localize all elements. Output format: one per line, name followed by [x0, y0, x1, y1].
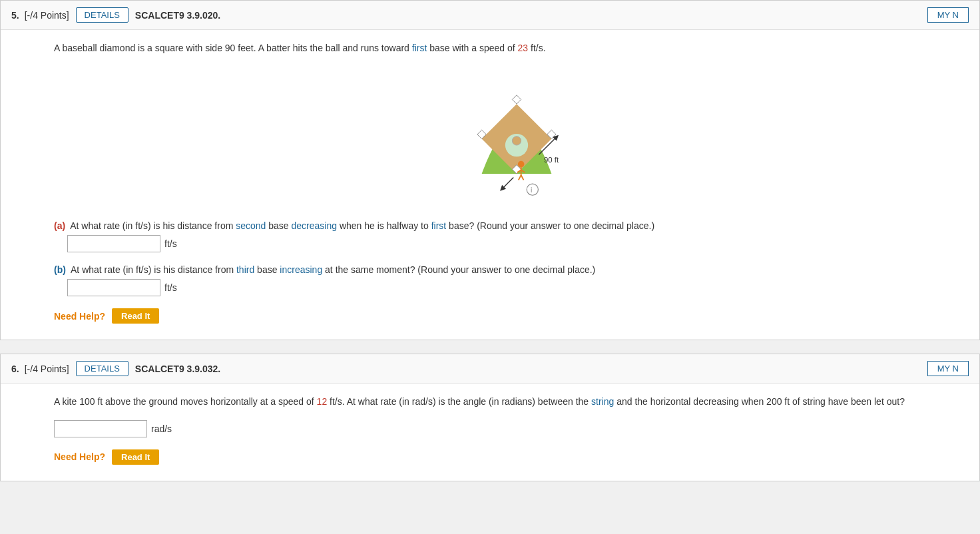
svg-point-7	[518, 161, 525, 168]
problem-5-part-b-answer-row: ft/s	[67, 279, 926, 296]
problem-6-body: A kite 100 ft above the ground moves hor…	[1, 384, 979, 480]
svg-text:i: i	[531, 186, 532, 194]
problem-6-my-notes-button[interactable]: MY N	[927, 361, 969, 376]
problem-6-points: [-/4 Points]	[25, 364, 69, 374]
svg-line-11	[519, 175, 521, 180]
problem-6-unit: rad/s	[151, 423, 172, 434]
problem-6-answer-row: rad/s	[54, 420, 926, 437]
problem-5-need-help-label: Need Help?	[54, 311, 105, 322]
problem-5-part-a-text: (a) At what rate (in ft/s) is his distan…	[54, 220, 926, 231]
svg-text:90 ft: 90 ft	[544, 156, 559, 164]
problem-5-block: 5. [-/4 Points] DETAILS SCALCET9 3.9.020…	[0, 0, 980, 340]
svg-marker-5	[512, 95, 521, 104]
problem-5-need-help-row: Need Help? Read It	[54, 308, 926, 324]
problem-5-part-a-input[interactable]	[67, 235, 160, 252]
problem-5-part-b-input[interactable]	[67, 279, 160, 296]
problem-6-block: 6. [-/4 Points] DETAILS SCALCET9 3.9.032…	[0, 354, 980, 481]
problem-5-part-a-unit: ft/s	[164, 238, 177, 249]
svg-line-15	[502, 178, 513, 189]
problem-5-number: 5.	[11, 10, 19, 21]
problem-6-input[interactable]	[54, 420, 147, 437]
problem-5-part-a: (a) At what rate (in ft/s) is his distan…	[54, 220, 926, 252]
problem-6-need-help-label: Need Help?	[54, 451, 105, 462]
problem-5-part-b-text: (b) At what rate (in ft/s) is his distan…	[54, 264, 926, 275]
problem-6-number: 6.	[11, 364, 19, 374]
problem-5-statement: A baseball diamond is a square with side…	[54, 41, 926, 55]
svg-point-2	[512, 136, 521, 145]
problem-5-body: A baseball diamond is a square with side…	[1, 30, 979, 340]
problem-6-header: 6. [-/4 Points] DETAILS SCALCET9 3.9.032…	[1, 354, 979, 384]
problem-6-statement: A kite 100 ft above the ground moves hor…	[54, 394, 926, 409]
problem-5-header: 5. [-/4 Points] DETAILS SCALCET9 3.9.020…	[1, 1, 979, 30]
problem-6-need-help-row: Need Help? Read It	[54, 449, 926, 465]
svg-point-16	[527, 184, 538, 196]
problem-5-read-it-button[interactable]: Read It	[112, 308, 159, 324]
baseball-field-diagram: 90 ft i	[447, 66, 587, 199]
problem-5-code: SCALCET9 3.9.020.	[135, 10, 220, 21]
svg-line-12	[521, 175, 524, 180]
problem-5-points: [-/4 Points]	[25, 10, 69, 21]
problem-5-part-a-answer-row: ft/s	[67, 235, 926, 252]
problem-5-part-b: (b) At what rate (in ft/s) is his distan…	[54, 264, 926, 296]
problem-6-code: SCALCET9 3.9.032.	[135, 364, 220, 374]
problem-5-details-button[interactable]: DETAILS	[76, 7, 128, 23]
problem-6-read-it-button[interactable]: Read It	[112, 449, 159, 465]
problem-5-my-notes-button[interactable]: MY N	[927, 7, 969, 23]
problem-5-part-b-unit: ft/s	[164, 282, 177, 293]
problem-6-details-button[interactable]: DETAILS	[76, 361, 128, 376]
